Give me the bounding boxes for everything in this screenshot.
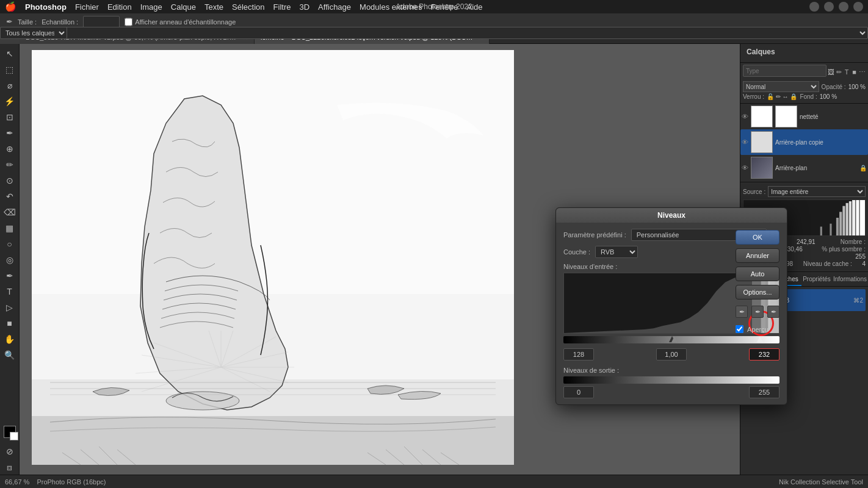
menu-edition[interactable]: Edition (107, 2, 132, 12)
input-midtone-field[interactable] (656, 348, 687, 361)
tool-heal[interactable]: ⊕ (2, 142, 17, 156)
apple-menu[interactable]: 🍎 (5, 1, 16, 12)
tool-brush[interactable]: ✏ (2, 157, 17, 172)
menubar: 🍎 Photoshop Fichier Edition Image Calque… (0, 0, 868, 13)
options-button[interactable]: Options... (736, 285, 779, 300)
tab-proprietes[interactable]: Propriétés (801, 273, 832, 286)
layer-name-bg: Arrière-plan (775, 165, 857, 171)
calques-mode-row: Normal Opacité : 100 % (743, 81, 866, 92)
tool-history[interactable]: ↶ (2, 189, 17, 204)
calques-icon-2[interactable]: ✏ (836, 67, 842, 77)
menubar-right-icons (809, 2, 863, 12)
eyedropper-midtone[interactable]: ✒ (751, 306, 764, 318)
annuler-button[interactable]: Annuler (736, 248, 779, 263)
auto-button[interactable]: Auto (736, 267, 779, 281)
layer-eye-copie[interactable]: 👁 (742, 138, 748, 146)
status-icon-1 (809, 2, 819, 12)
tool-dodge[interactable]: ◎ (2, 253, 17, 267)
blending-mode-select[interactable]: Normal (743, 81, 819, 92)
tool-select-rect[interactable]: ⬚ (2, 62, 17, 77)
calques-icon-5[interactable]: ⋯ (859, 67, 866, 77)
menu-filtre[interactable]: Filtre (273, 2, 291, 12)
taille-select[interactable]: Echantillon ponctuel (0, 27, 868, 39)
input-slider-track[interactable] (563, 336, 779, 346)
layer-eye-bg[interactable]: 👁 (742, 164, 748, 171)
ok-button[interactable]: OK (736, 230, 779, 245)
menu-image[interactable]: Image (140, 2, 162, 12)
tool-pen[interactable]: ✒ (2, 268, 17, 283)
menu-texte[interactable]: Texte (204, 2, 223, 12)
canvas-svg (32, 50, 514, 465)
status-icon-4 (853, 2, 863, 12)
menu-calque[interactable]: Calque (171, 2, 196, 12)
layer-name-copie: Arrière-plan copie (775, 139, 867, 146)
input-highlight-field[interactable] (749, 348, 779, 361)
tool-hand[interactable]: ✋ (2, 332, 17, 346)
tool-blur[interactable]: ○ (2, 237, 17, 251)
svg-rect-36 (839, 212, 842, 235)
tool-move[interactable]: ↖ (2, 46, 17, 61)
calques-icon-1[interactable]: 🖼 (828, 67, 834, 77)
menu-fichier[interactable]: Fichier (75, 2, 99, 12)
layer-name-netteté: netteté (800, 113, 867, 120)
calques-title: Calques (744, 46, 864, 57)
calques-icon-3[interactable]: T (844, 67, 850, 77)
tool-gradient[interactable]: ▦ (2, 221, 17, 235)
canvas-content (32, 50, 514, 465)
eyedropper-shadow[interactable]: ✒ (736, 306, 748, 318)
svg-rect-33 (820, 227, 822, 236)
couche-select[interactable]: RVB (595, 246, 638, 258)
pct-label: % plus sombre : (822, 246, 866, 253)
tool-shape[interactable]: ■ (2, 316, 17, 331)
divider-1 (740, 182, 868, 182)
calques-select[interactable]: Tous les calques (0, 27, 67, 39)
calques-lock-row: Verrou : 🔓 ✏ ↔ 🔒 Fond : 100 % (743, 93, 866, 100)
source-select[interactable]: Image entière (768, 186, 866, 197)
tool-wand[interactable]: ⚡ (2, 94, 17, 109)
tool-clone[interactable]: ⊙ (2, 173, 17, 188)
echantillon-input[interactable] (83, 16, 120, 28)
layer-item-netteté[interactable]: 👁 netteté (740, 104, 868, 129)
svg-rect-41 (856, 200, 859, 235)
app-name[interactable]: Photoshop (25, 2, 67, 12)
dialog-title: Niveaux (657, 211, 685, 220)
tool-status: Nik Collection Selective Tool (779, 478, 863, 486)
tool-eraser[interactable]: ⌫ (2, 205, 17, 220)
tool-lasso[interactable]: ⌀ (2, 78, 17, 93)
menu-selection[interactable]: Sélection (232, 2, 264, 12)
output-slider-track[interactable] (563, 376, 779, 384)
tool-path-select[interactable]: ▷ (2, 300, 17, 315)
canvas-image (32, 50, 514, 465)
tool-zoom[interactable]: 🔍 (2, 348, 17, 362)
afficher-checkbox[interactable] (125, 16, 132, 28)
color-mode: ProPhoto RGB (16bpc) (37, 478, 106, 486)
menu-affichage[interactable]: Affichage (318, 2, 351, 12)
highlight-slider[interactable] (757, 336, 763, 342)
calques-icon-4[interactable]: ■ (851, 67, 858, 77)
svg-rect-40 (852, 200, 855, 235)
eyedropper-highlight[interactable]: ✒ (767, 306, 779, 318)
layer-item-arriere-plan-copie[interactable]: 👁 Arrière-plan copie (740, 129, 868, 155)
apercu-checkbox[interactable] (736, 325, 743, 333)
input-shadow-field[interactable] (563, 348, 594, 361)
statusbar: 66,67 % ProPhoto RGB (16bpc) Nik Collect… (0, 475, 868, 488)
niveaux-dialog[interactable]: Niveaux Paramètre prédéfini : Personnali… (555, 207, 787, 405)
tool-screen-mode[interactable]: ⧈ (2, 460, 17, 475)
tool-quick-mask[interactable]: ⊘ (2, 444, 17, 459)
tab-informations[interactable]: Informations (832, 273, 868, 286)
layer-eye-netteté[interactable]: 👁 (742, 113, 748, 120)
moyenne-value: 242,91 (797, 239, 816, 245)
tool-eyedropper[interactable]: ✒ (2, 126, 17, 140)
output-shadow-field[interactable] (563, 386, 594, 398)
calques-search[interactable] (743, 65, 826, 77)
dialog-titlebar: Niveaux (556, 208, 787, 223)
output-highlight-field[interactable] (749, 386, 779, 398)
tool-text[interactable]: T (2, 284, 17, 299)
layer-item-arriere-plan[interactable]: 👁 Arrière-plan 🔒 (740, 155, 868, 181)
menu-3d[interactable]: 3D (299, 2, 309, 12)
tool-crop[interactable]: ⊡ (2, 110, 17, 124)
svg-rect-34 (830, 224, 831, 235)
midtone-slider[interactable] (671, 336, 678, 342)
niveau-cache-label: Niveau de cache : (803, 260, 852, 267)
apercu-row: Aperçu (736, 325, 779, 333)
